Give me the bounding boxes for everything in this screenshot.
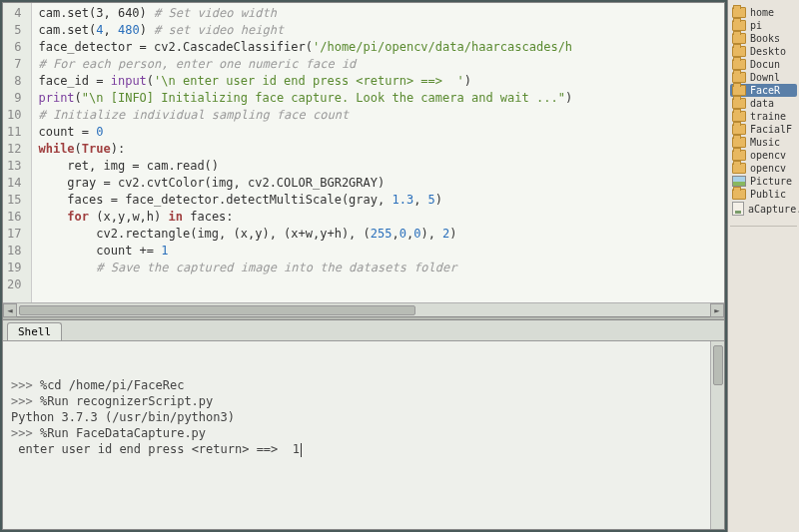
code-line[interactable]: cam.set(4, 480) # set video height [38,22,718,39]
file-icon [732,202,744,216]
line-number: 15 [7,192,21,209]
file-manager-sidebar: homepiBooksDesktoDocunDownlFaceRdatatrai… [727,0,799,532]
file-item[interactable]: aCapture.py [730,201,797,217]
code-line[interactable]: face_detector = cv2.CascadeClassifier('/… [38,39,718,56]
line-number: 18 [7,243,21,260]
separator [730,226,797,227]
line-number: 5 [7,22,21,39]
line-number: 14 [7,175,21,192]
file-label: FacialF [750,124,792,135]
code-line[interactable]: cv2.rectangle(img, (x,y), (x+w,y+h), (25… [38,226,718,243]
file-label: Books [750,33,780,44]
code-editor[interactable]: 4567891011121314151617181920 cam.set(3, … [3,3,724,302]
ide-window: 4567891011121314151617181920 cam.set(3, … [2,2,725,530]
line-number: 11 [7,124,21,141]
file-label: opencv [750,163,786,174]
code-body[interactable]: cam.set(3, 640) # Set video widthcam.set… [32,3,724,302]
file-item[interactable]: Public [730,188,797,201]
file-label: Picture [750,176,792,187]
shell-output[interactable]: >>> %cd /home/pi/FaceRec>>> %Run recogni… [3,341,724,529]
folder-icon [732,7,746,18]
folder-icon [732,137,746,148]
file-label: Deskto [750,46,786,57]
line-number-gutter: 4567891011121314151617181920 [3,3,32,302]
file-label: Docun [750,59,780,70]
scroll-right-arrow-icon[interactable]: ► [710,303,724,317]
line-number: 17 [7,226,21,243]
folder-icon [732,59,746,70]
scroll-thumb[interactable] [713,345,723,385]
line-number: 20 [7,276,21,293]
file-label: opencv [750,150,786,161]
shell-line: >>> %Run FaceDataCapture.py [11,425,716,441]
file-label: Downl [750,72,780,83]
code-line[interactable]: faces = face_detector.detectMultiScale(g… [38,192,718,209]
scroll-left-arrow-icon[interactable]: ◄ [3,303,17,317]
code-line[interactable]: count += 1 [38,243,718,260]
scroll-thumb[interactable] [19,305,415,315]
line-number: 8 [7,73,21,90]
line-number: 16 [7,209,21,226]
file-label: pi [750,20,762,31]
folder-icon [732,111,746,122]
folder-icon [732,72,746,83]
line-number: 10 [7,107,21,124]
shell-line: >>> %cd /home/pi/FaceRec [11,377,716,393]
pic-icon [732,176,746,187]
folder-icon [732,85,746,96]
folder-icon [732,46,746,57]
code-line[interactable]: cam.set(3, 640) # Set video width [38,5,718,22]
code-line[interactable]: print("\n [INFO] Initializing face captu… [38,90,718,107]
file-label: FaceR [750,85,780,96]
code-line[interactable]: # Save the captured image into the datas… [38,260,718,276]
line-number: 4 [7,5,21,22]
code-line[interactable]: for (x,y,w,h) in faces: [38,209,718,226]
folder-icon [732,98,746,109]
folder-icon [732,20,746,31]
file-label: aCapture.py [748,204,799,215]
shell-tab-bar: Shell [3,320,724,341]
code-line[interactable]: # Initialize individual sampling face co… [38,107,718,124]
code-line[interactable]: face_id = input('\n enter user id end pr… [38,73,718,90]
folder-icon [732,150,746,161]
folder-icon [732,33,746,44]
code-line[interactable]: # For each person, enter one numeric fac… [38,56,718,73]
editor-horizontal-scrollbar[interactable]: ◄ ► [3,302,724,316]
text-cursor [301,443,302,457]
line-number: 7 [7,56,21,73]
code-line[interactable]: gray = cv2.cvtColor(img, cv2.COLOR_BGR2G… [38,175,718,192]
line-number: 6 [7,39,21,56]
folder-icon [732,189,746,200]
file-item[interactable]: opencv [730,162,797,175]
folder-icon [732,163,746,174]
line-number: 9 [7,90,21,107]
file-label: traine [750,111,786,122]
line-number: 19 [7,260,21,276]
code-line[interactable]: count = 0 [38,124,718,141]
shell-line: >>> %Run recognizerScript.py [11,393,716,409]
code-line[interactable]: while(True): [38,141,718,158]
line-number: 12 [7,141,21,158]
shell-line: Python 3.7.3 (/usr/bin/python3) [11,409,716,425]
shell-tab[interactable]: Shell [7,322,62,340]
file-label: home [750,7,774,18]
file-label: data [750,98,774,109]
line-number: 13 [7,158,21,175]
file-label: Public [750,189,786,200]
folder-icon [732,124,746,135]
code-line[interactable]: ret, img = cam.read() [38,158,718,175]
shell-line: enter user id end press <return> ==> 1 [11,441,716,457]
shell-vertical-scrollbar[interactable] [710,341,724,529]
file-label: Music [750,137,780,148]
